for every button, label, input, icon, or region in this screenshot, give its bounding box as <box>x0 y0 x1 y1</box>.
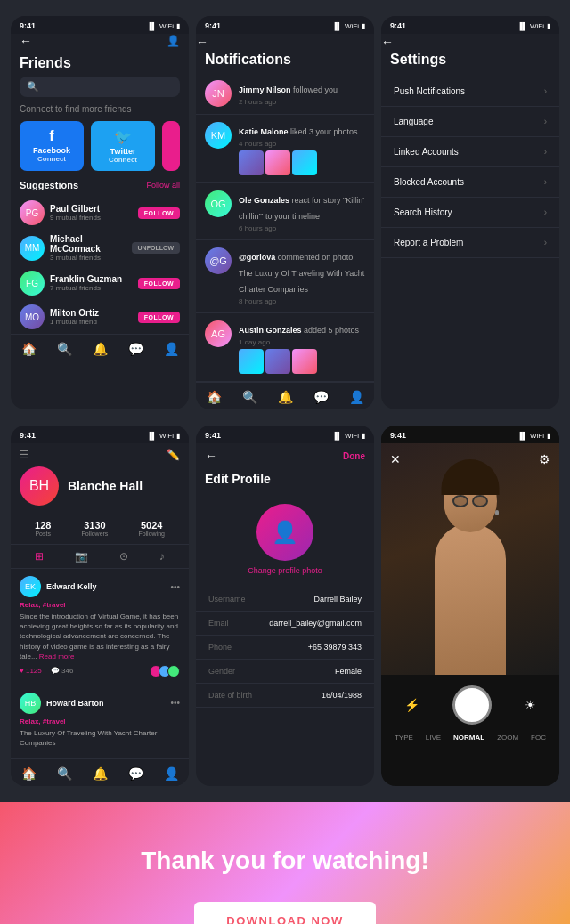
photo-tab-icon[interactable]: 📷 <box>75 550 88 563</box>
bell-tab-icon[interactable]: 🔔 <box>93 342 108 356</box>
focus-mode[interactable]: FOC <box>531 734 546 742</box>
like-button[interactable]: ♥ 1125 <box>20 667 42 675</box>
battery-icon: ▮ <box>176 432 180 440</box>
back-arrow-icon[interactable]: ← <box>205 449 217 463</box>
twitter-connect-button[interactable]: 🐦 Twitter Connect <box>91 121 155 171</box>
profile-info: BH Blanche Hall <box>11 461 189 515</box>
flash-icon[interactable]: ⚡ <box>404 698 419 712</box>
search-tab-icon[interactable]: 🔍 <box>57 342 72 356</box>
connect-text: Connect to find more friends <box>11 104 189 121</box>
search-bar[interactable]: 🔍 <box>20 77 180 97</box>
brightness-icon[interactable]: ☀ <box>525 698 536 712</box>
wifi-icon: WiFi <box>345 22 359 30</box>
stat-num: 5024 <box>138 520 165 531</box>
battery-icon: ▮ <box>362 22 365 30</box>
search-tab-icon[interactable]: 🔍 <box>242 390 257 404</box>
profile-tab-icon[interactable]: 👤 <box>164 766 179 781</box>
social-more-button[interactable] <box>162 121 180 171</box>
notif-name: Katie Malone <box>239 127 290 136</box>
grid-tab-icon[interactable]: ⊞ <box>35 550 44 563</box>
settings-item[interactable]: Blocked Accounts › <box>381 167 559 198</box>
avatar: MO <box>20 304 45 329</box>
bell-tab-icon[interactable]: 🔔 <box>93 766 108 781</box>
list-item: JN Jimmy Nilson followed you 2 hours ago <box>196 73 374 115</box>
edit-nav: ← Done <box>196 443 374 468</box>
search-tab-icon[interactable]: 🔍 <box>57 766 72 781</box>
message-tab-icon[interactable]: 💬 <box>314 390 329 404</box>
follow-button[interactable]: FOLLOW <box>138 278 180 289</box>
stat-posts: 128 Posts <box>35 520 51 537</box>
back-arrow-icon[interactable]: ← <box>381 35 394 49</box>
battery-icon: ▮ <box>362 432 365 440</box>
message-tab-icon[interactable]: 💬 <box>128 766 143 781</box>
list-item: MO Milton Ortiz 1 mutual friend FOLLOW <box>11 300 189 334</box>
notif-photos <box>239 150 365 175</box>
settings-label: Language <box>394 117 434 126</box>
person-add-icon[interactable]: 👤 <box>167 35 180 47</box>
home-tab-icon[interactable]: 🏠 <box>21 342 37 356</box>
list-item: FG Franklin Guzman 7 mutual friends FOLL… <box>11 266 189 300</box>
notif-photo <box>265 349 290 374</box>
profile-tab-icon[interactable]: 👤 <box>164 342 179 356</box>
zoom-mode[interactable]: ZOOM <box>497 734 518 742</box>
post-user: EK Edward Kelly <box>20 576 97 597</box>
profile-tab-icon[interactable]: 👤 <box>349 390 364 404</box>
settings-item[interactable]: Language › <box>381 107 559 137</box>
more-icon[interactable]: ••• <box>170 698 180 708</box>
battery-icon: ▮ <box>547 22 550 30</box>
suggestion-name: Paul Gilbert <box>50 204 133 214</box>
phone-settings: 9:41 ▐▌ WiFi ▮ ← Settings Push Notificat… <box>381 16 559 409</box>
tab-bar: 🏠 🔍 🔔 💬 👤 <box>11 758 189 786</box>
unfollow-button[interactable]: UNFOLLOW <box>132 242 180 254</box>
camera-viewport: ✕ ⚙ <box>381 443 559 675</box>
notif-time: 8 hours ago <box>239 297 365 305</box>
bell-tab-icon[interactable]: 🔔 <box>278 390 293 404</box>
home-tab-icon[interactable]: 🏠 <box>21 766 37 781</box>
shutter-button[interactable] <box>452 685 492 725</box>
phone-friends: 9:41 ▐▌ WiFi ▮ ← 👤 Friends 🔍 Connect to … <box>11 16 189 409</box>
notification-text: Ole Gonzales react for story "Killin' ch… <box>239 190 365 232</box>
suggestion-info: Milton Ortiz 1 mutual friend <box>50 308 133 326</box>
avatar: MM <box>20 236 45 261</box>
more-icon[interactable]: ••• <box>170 582 180 592</box>
post-header: EK Edward Kelly ••• <box>20 576 180 597</box>
gear-icon[interactable]: ⚙ <box>539 452 550 466</box>
music-tab-icon[interactable]: ♪ <box>159 550 165 563</box>
suggestions-header: Suggestions Follow all <box>11 180 189 196</box>
done-button[interactable]: Done <box>343 451 365 461</box>
notif-photo <box>265 150 290 175</box>
normal-mode[interactable]: NORMAL <box>453 734 484 742</box>
edit-icon[interactable]: ✏️ <box>167 449 180 461</box>
follow-button[interactable]: FOLLOW <box>138 312 180 323</box>
notif-photo <box>292 349 317 374</box>
home-tab-icon[interactable]: 🏠 <box>207 390 222 404</box>
download-button[interactable]: DOWNLOAD NOW <box>194 902 375 924</box>
post-user: HB Howard Barton <box>20 693 104 714</box>
signal-icon: ▐▌ <box>517 22 527 30</box>
live-mode[interactable]: LIVE <box>426 734 441 742</box>
follow-all-button[interactable]: Follow all <box>146 181 180 190</box>
status-bar-edit: 9:41 ▐▌ WiFi ▮ <box>196 426 374 443</box>
phone-profile: 9:41 ▐▌ WiFi ▮ ☰ ✏️ BH Blanche Hall 128 … <box>11 426 189 786</box>
edit-field-dob: Date of birth 16/04/1988 <box>196 684 374 708</box>
profile-stats: 128 Posts 3130 Followers 5024 Following <box>11 515 189 545</box>
field-value: Female <box>335 667 362 676</box>
follow-button[interactable]: FOLLOW <box>138 207 180 219</box>
facebook-connect-button[interactable]: f Facebook Connect <box>20 121 84 171</box>
back-arrow-icon[interactable]: ← <box>196 35 208 49</box>
close-icon[interactable]: ✕ <box>390 452 401 466</box>
tag-tab-icon[interactable]: ⊙ <box>119 550 128 563</box>
settings-item[interactable]: Report a Problem › <box>381 228 559 258</box>
back-arrow-icon[interactable]: ← <box>20 34 32 48</box>
change-photo-button[interactable]: Change profile photo <box>248 566 322 575</box>
message-tab-icon[interactable]: 💬 <box>128 342 143 356</box>
comment-button[interactable]: 💬 346 <box>51 667 74 675</box>
settings-item[interactable]: Search History › <box>381 198 559 228</box>
settings-item[interactable]: Push Notifications › <box>381 77 559 107</box>
settings-item[interactable]: Linked Accounts › <box>381 137 559 167</box>
tab-bar: 🏠 🔍 🔔 💬 👤 <box>196 382 374 409</box>
type-mode[interactable]: TYPE <box>395 734 413 742</box>
page-title-settings: Settings <box>381 50 559 73</box>
chevron-right-icon: › <box>544 86 547 96</box>
camera-icons-row: ⚡ ☀ <box>388 685 552 725</box>
